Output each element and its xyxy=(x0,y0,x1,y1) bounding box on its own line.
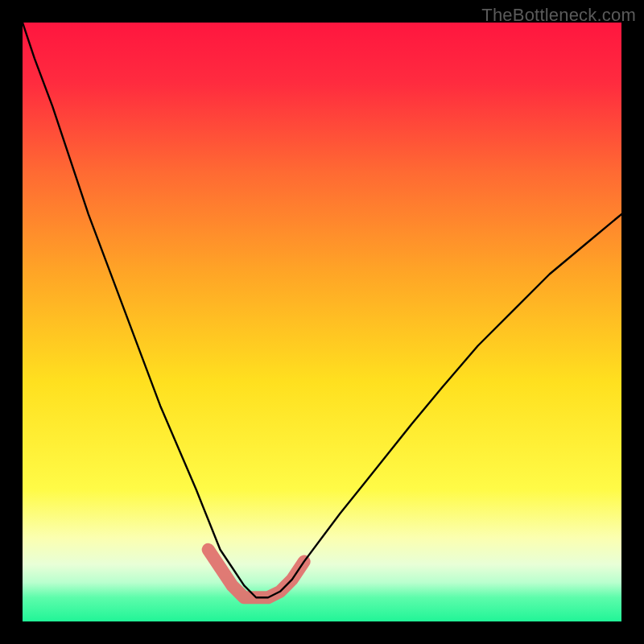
gradient-background xyxy=(23,23,621,621)
plot-area xyxy=(23,23,621,621)
chart-svg xyxy=(23,23,621,621)
chart-frame: TheBottleneck.com xyxy=(0,0,644,644)
watermark-label: TheBottleneck.com xyxy=(481,5,636,26)
